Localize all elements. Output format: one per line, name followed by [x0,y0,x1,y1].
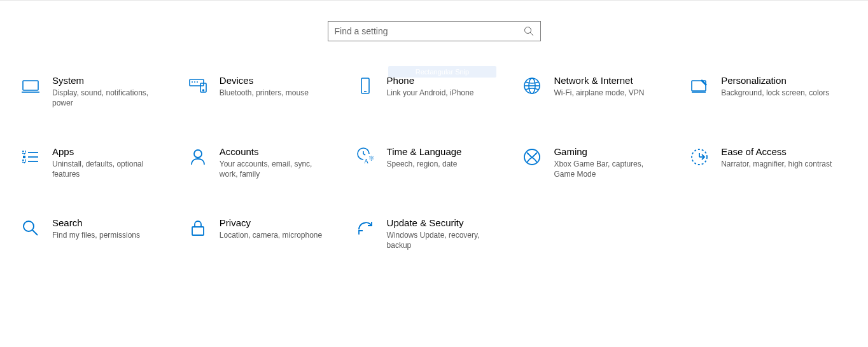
tile-desc: Uninstall, defaults, optional features [52,159,164,179]
tile-search[interactable]: Search Find my files, permissions [19,215,180,252]
tile-desc: Display, sound, notifications, power [52,88,164,108]
svg-text:字: 字 [369,156,374,161]
gaming-icon [522,147,542,167]
tile-devices[interactable]: Devices Bluetooth, printers, mouse [186,73,347,109]
tile-title: Apps [52,146,164,158]
tile-title: Accounts [220,146,331,158]
tile-title: Update & Security [387,217,498,229]
tile-accounts[interactable]: Accounts Your accounts, email, sync, wor… [186,144,347,180]
personalization-icon [689,76,710,96]
tile-text: Apps Uninstall, defaults, optional featu… [52,146,164,179]
tile-title: Devices [220,74,309,87]
tile-text: Gaming Xbox Game Bar, captures, Game Mod… [554,146,665,179]
tile-text: Time & Language Speech, region, date [387,146,462,169]
tile-text: Accounts Your accounts, email, sync, wor… [220,146,331,179]
svg-line-25 [363,154,365,155]
svg-rect-21 [23,160,25,163]
update-icon [355,218,375,238]
tile-title: Privacy [220,217,322,229]
accounts-icon [188,147,208,167]
tile-title: System [52,74,164,87]
tile-text: Search Find my files, permissions [52,217,140,240]
tile-desc: Background, lock screen, colors [721,88,829,98]
search-icon [524,26,534,36]
tile-personalization[interactable]: Personalization Background, lock screen,… [688,73,849,109]
svg-rect-17 [23,151,25,154]
tile-text: System Display, sound, notifications, po… [52,74,164,108]
svg-rect-34 [192,227,204,235]
ease-of-access-icon [689,147,710,167]
tile-text: Privacy Location, camera, microphone [220,217,322,240]
svg-line-1 [530,32,533,36]
tile-desc: Find my files, permissions [52,230,140,240]
svg-rect-19 [23,156,25,158]
settings-grid: System Display, sound, notifications, po… [0,73,868,252]
tile-desc: Windows Update, recovery, backup [387,230,498,250]
tile-update-security[interactable]: Update & Security Windows Update, recove… [354,215,515,252]
apps-icon [20,147,41,167]
tile-ease-of-access[interactable]: Ease of Access Narrator, magnifier, high… [688,144,849,180]
tile-text: Ease of Access Narrator, magnifier, high… [721,146,832,169]
tile-gaming[interactable]: Gaming Xbox Game Bar, captures, Game Mod… [521,144,682,180]
tile-text: Personalization Background, lock screen,… [721,74,829,98]
tile-network[interactable]: Network & Internet Wi-Fi, airplane mode,… [521,73,682,109]
devices-icon [188,76,208,96]
tile-text: Devices Bluetooth, printers, mouse [220,74,309,98]
tile-title: Personalization [721,74,829,87]
tile-desc: Wi-Fi, airplane mode, VPN [554,88,644,98]
svg-point-32 [24,221,34,231]
svg-line-33 [32,230,38,235]
globe-icon [522,76,542,96]
tile-desc: Bluetooth, printers, mouse [220,88,309,98]
tile-title: Search [52,217,140,229]
search-input[interactable] [335,26,524,36]
tile-title: Gaming [554,146,665,158]
tile-apps[interactable]: Apps Uninstall, defaults, optional featu… [19,144,180,180]
snip-overlay: Rectangular Snip [388,66,496,78]
search-box[interactable] [328,21,541,41]
tile-time-language[interactable]: A 字 Time & Language Speech, region, date [354,144,515,180]
tile-text: Network & Internet Wi-Fi, airplane mode,… [554,74,644,98]
svg-point-23 [194,150,202,158]
tile-desc: Speech, region, date [387,159,462,169]
search-area [0,1,868,73]
tile-title: Network & Internet [554,74,644,87]
phone-icon [355,76,375,96]
tile-desc: Narrator, magnifier, high contrast [721,159,832,169]
time-language-icon: A 字 [355,147,375,167]
tile-text: Update & Security Windows Update, recove… [387,217,498,250]
tile-phone[interactable]: Phone Link your Android, iPhone [354,73,515,109]
tile-desc: Your accounts, email, sync, work, family [220,159,331,179]
tile-title: Ease of Access [721,146,832,158]
tile-desc: Xbox Game Bar, captures, Game Mode [554,159,665,179]
search-tile-icon [20,218,41,238]
lock-icon [188,218,208,238]
tile-text: Phone Link your Android, iPhone [387,74,474,98]
svg-rect-2 [23,81,38,90]
svg-text:A: A [364,158,369,165]
tile-desc: Location, camera, microphone [220,230,322,240]
tile-title: Time & Language [387,146,462,158]
tile-desc: Link your Android, iPhone [387,88,474,98]
system-icon [20,76,41,96]
svg-point-9 [202,90,204,91]
tile-privacy[interactable]: Privacy Location, camera, microphone [186,215,347,252]
tile-system[interactable]: System Display, sound, notifications, po… [19,73,180,109]
svg-rect-4 [190,79,204,86]
